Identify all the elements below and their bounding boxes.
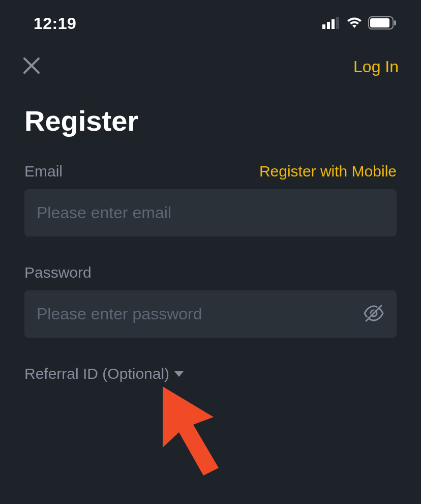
svg-marker-12 [163, 387, 219, 476]
svg-rect-1 [327, 22, 330, 29]
password-label-row: Password [24, 264, 397, 281]
cellular-signal-icon [322, 17, 341, 31]
email-label: Email [24, 163, 63, 180]
wifi-icon [346, 17, 363, 31]
page-title: Register [0, 91, 421, 163]
nav-bar: Log In [0, 43, 421, 91]
password-input[interactable] [24, 290, 397, 338]
annotation-arrow-icon [158, 381, 234, 480]
referral-id-toggle[interactable]: Referral ID (Optional) [24, 365, 397, 382]
battery-icon [368, 16, 397, 32]
login-link[interactable]: Log In [353, 57, 399, 76]
password-label: Password [24, 264, 92, 281]
register-mobile-link[interactable]: Register with Mobile [259, 163, 397, 180]
status-icons [322, 16, 397, 32]
close-button[interactable] [22, 56, 41, 77]
close-icon [22, 56, 41, 77]
referral-id-label: Referral ID (Optional) [24, 365, 169, 382]
password-input-wrap [24, 290, 397, 338]
email-input-wrap [24, 189, 397, 236]
svg-rect-2 [332, 19, 335, 29]
svg-rect-3 [336, 17, 339, 29]
chevron-down-icon [174, 371, 184, 377]
register-form: Email Register with Mobile Password Refe… [0, 163, 421, 382]
email-input[interactable] [24, 189, 397, 236]
svg-rect-6 [394, 20, 396, 25]
svg-rect-0 [322, 24, 325, 29]
status-time: 12:19 [34, 14, 76, 33]
toggle-password-visibility-icon[interactable] [363, 304, 384, 325]
svg-rect-5 [370, 18, 389, 27]
email-label-row: Email Register with Mobile [24, 163, 397, 180]
status-bar: 12:19 [0, 0, 421, 43]
